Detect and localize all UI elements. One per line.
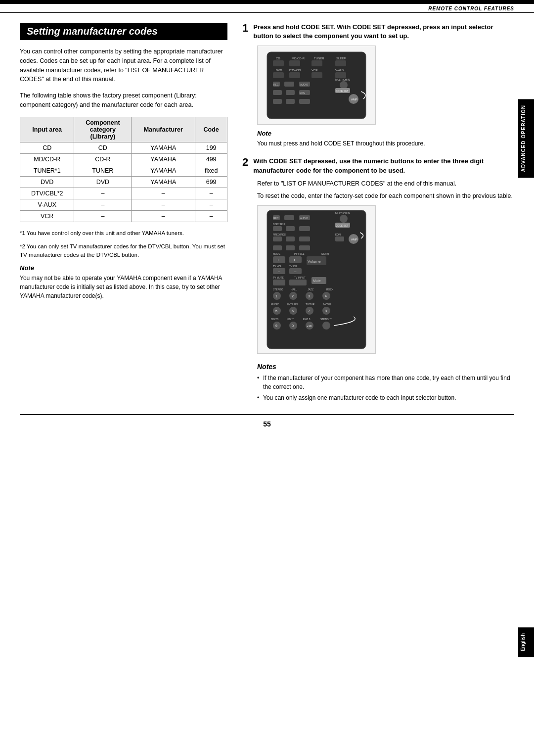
svg-text:1: 1 <box>275 294 277 298</box>
svg-point-115 <box>322 322 330 330</box>
table-cell: – <box>132 210 195 222</box>
svg-text:MOVIE: MOVIE <box>323 303 332 306</box>
svg-rect-57 <box>273 245 282 250</box>
svg-rect-13 <box>273 72 284 78</box>
svg-rect-58 <box>286 245 295 250</box>
table-cell: VCR <box>20 210 74 222</box>
svg-text:5: 5 <box>275 309 277 313</box>
page-number: 55 <box>20 414 514 433</box>
svg-text:AMP: AMP <box>351 98 357 101</box>
svg-text:DVD: DVD <box>276 69 282 72</box>
svg-text:AUDIO: AUDIO <box>300 83 308 86</box>
header-label: REMOTE CONTROL FEATURES <box>428 6 514 11</box>
svg-text:DTV/CBL: DTV/CBL <box>289 69 302 72</box>
svg-text:MODE: MODE <box>273 252 281 255</box>
svg-rect-52 <box>299 236 310 241</box>
table-cell: – <box>74 188 132 199</box>
notes-title: Notes <box>257 363 514 371</box>
svg-text:SLEEP: SLEEP <box>336 57 346 60</box>
svg-text:NIGHT: NIGHT <box>287 318 294 321</box>
svg-text:PTY SEL: PTY SEL <box>294 252 305 255</box>
svg-text:CODE SET: CODE SET <box>336 224 349 227</box>
svg-text:2: 2 <box>292 294 294 298</box>
table-cell: – <box>195 188 227 199</box>
svg-text:TV/THR: TV/THR <box>306 303 314 306</box>
svg-text:AUDIO: AUDIO <box>300 217 308 220</box>
svg-text:TV INPUT: TV INPUT <box>294 276 306 279</box>
header-bar: REMOTE CONTROL FEATURES <box>0 4 534 13</box>
svg-text:START: START <box>321 252 329 255</box>
note-item-1: If the manufacturer of your component ha… <box>257 374 514 391</box>
svg-text:+: + <box>293 258 296 262</box>
svg-rect-24 <box>273 90 282 95</box>
svg-rect-46 <box>299 226 310 231</box>
table-cell: fixed <box>195 165 227 176</box>
english-tab: English <box>518 627 534 657</box>
table-cell: – <box>195 199 227 210</box>
table-cell: CD-R <box>74 153 132 165</box>
svg-text:Volume: Volume <box>308 259 321 264</box>
svg-text:MULTI CH IN: MULTI CH IN <box>335 212 350 215</box>
svg-rect-54 <box>335 236 344 241</box>
footnote-1: *1 You have control only over this unit … <box>20 229 227 237</box>
svg-text:MUSIC: MUSIC <box>271 303 279 306</box>
svg-rect-78 <box>289 280 307 285</box>
svg-text:FREQ/RDS: FREQ/RDS <box>273 233 286 236</box>
svg-text:VCR: VCR <box>312 69 318 72</box>
svg-text:ROCK: ROCK <box>326 288 334 291</box>
table-row: V-AUX––– <box>20 199 227 210</box>
table-cell: MD/CD-R <box>20 153 74 165</box>
svg-rect-59 <box>299 245 310 250</box>
table-row: TUNER*1TUNERYAMAHAfixed <box>20 165 227 176</box>
table-cell: YAMAHA <box>132 165 195 176</box>
svg-text:CODE SET: CODE SET <box>336 90 349 93</box>
table-cell: 499 <box>195 153 227 165</box>
col-manufacturer: Manufacturer <box>132 117 195 142</box>
svg-text:TV MUTE: TV MUTE <box>273 276 284 279</box>
page-container: REMOTE CONTROL FEATURES Setting manufact… <box>0 0 534 756</box>
svg-rect-77 <box>273 280 285 285</box>
step-1-note: Note You must press and hold CODE SET th… <box>257 130 514 148</box>
remote-image-2: REC AUDIO MULTI CH IN DISC SKIP COD <box>257 205 376 354</box>
svg-text:EX/B.S: EX/B.S <box>303 318 311 321</box>
note-title: Note <box>20 264 227 272</box>
svg-text:6: 6 <box>292 309 294 313</box>
svg-text:STEREO: STEREO <box>273 288 283 291</box>
svg-text:REC: REC <box>273 83 279 86</box>
svg-rect-34 <box>299 99 310 104</box>
svg-point-23 <box>340 81 348 89</box>
remote-image-1: CD MD/CD-R TUNER SLEEP DVD DTV/CBL VCR <box>257 46 376 125</box>
note-text: You may not be able to operate your YAMA… <box>20 274 227 300</box>
top-bar <box>0 0 534 4</box>
table-cell: – <box>195 210 227 222</box>
svg-text:Mute: Mute <box>313 279 321 283</box>
table-cell: YAMAHA <box>132 153 195 165</box>
table-cell: 199 <box>195 142 227 153</box>
svg-text:–: – <box>294 269 297 274</box>
svg-text:JAZZ: JAZZ <box>308 288 313 291</box>
step-2-body-2: To reset the code, enter the factory-set… <box>257 191 514 201</box>
svg-text:7: 7 <box>308 309 310 313</box>
svg-rect-5 <box>273 60 284 66</box>
svg-text:V-AUX: V-AUX <box>335 69 344 72</box>
table-cell: V-AUX <box>20 199 74 210</box>
step-1-number: 1 <box>242 23 248 34</box>
table-cell: TUNER*1 <box>20 165 74 176</box>
svg-rect-19 <box>284 82 294 87</box>
col-code: Code <box>195 117 227 142</box>
table-cell: CD <box>20 142 74 153</box>
table-row: MD/CD-RCD-RYAMAHA499 <box>20 153 227 165</box>
svg-text:AMP: AMP <box>351 238 357 241</box>
left-column: Setting manufacturer codes You can contr… <box>20 23 227 404</box>
svg-rect-50 <box>273 236 282 241</box>
svg-text:–: – <box>278 269 280 274</box>
remote-svg-1: CD MD/CD-R TUNER SLEEP DVD DTV/CBL VCR <box>262 49 371 121</box>
manufacturer-table: Input area Componentcategory(Library) Ma… <box>20 117 227 222</box>
svg-rect-6 <box>289 60 300 66</box>
notes-section: Notes If the manufacturer of your compon… <box>257 363 514 402</box>
svg-rect-51 <box>286 236 295 241</box>
svg-text:EON: EON <box>335 233 341 236</box>
svg-rect-14 <box>289 72 300 78</box>
intro-text: You can control other components by sett… <box>20 47 227 84</box>
table-row: VCR––– <box>20 210 227 222</box>
